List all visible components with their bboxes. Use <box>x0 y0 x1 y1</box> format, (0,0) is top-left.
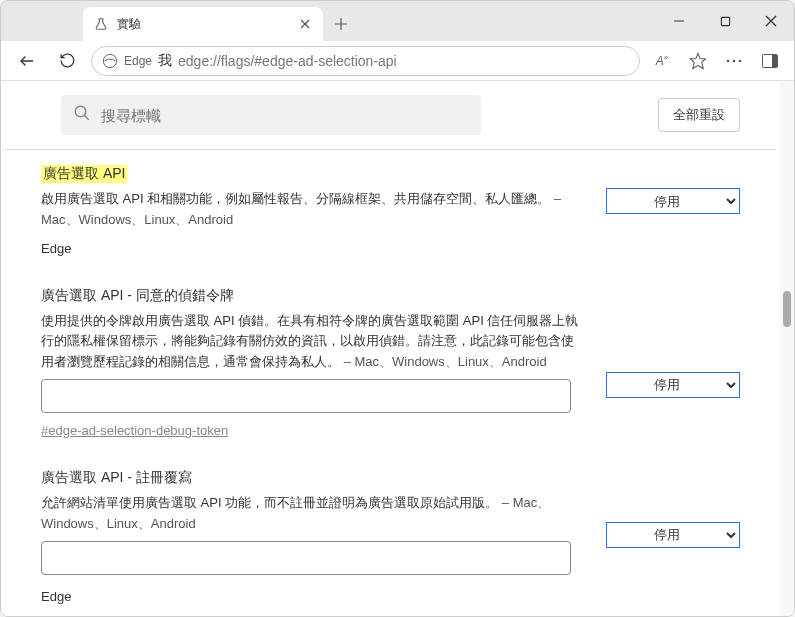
svg-point-13 <box>733 59 736 62</box>
new-tab-button[interactable] <box>327 10 355 38</box>
search-section: 全部重設 <box>1 81 780 149</box>
flag-hash-link[interactable]: #edge-ad-selection-debug-token <box>41 423 586 438</box>
flag-title: 廣告選取 API - 註冊覆寫 <box>41 469 192 487</box>
main-content: 全部重設 廣告選取 API 啟用廣告選取 API 和相關功能，例如屬性報告、分隔… <box>1 81 780 617</box>
scrollbar[interactable] <box>780 81 794 617</box>
flag-item: 廣告選取 API - 註冊覆寫 允許網站清單使用廣告選取 API 功能，而不註冊… <box>41 468 740 604</box>
search-input[interactable] <box>101 107 469 124</box>
flag-item: 廣告選取 API - 同意的偵錯令牌 使用提供的令牌啟用廣告選取 API 偵錯。… <box>41 286 740 438</box>
svg-point-17 <box>75 106 86 117</box>
favorite-icon[interactable] <box>684 47 712 75</box>
address-bar[interactable]: Edge 我 edge://flags/#edge-ad-selection-a… <box>91 46 640 76</box>
sidebar-toggle-icon[interactable] <box>756 47 784 75</box>
flag-item: 廣告選取 API 啟用廣告選取 API 和相關功能，例如屬性報告、分隔線框架、共… <box>41 164 740 256</box>
flag-info: 廣告選取 API - 註冊覆寫 允許網站清單使用廣告選取 API 功能，而不註冊… <box>41 468 586 604</box>
title-bar: 實驗 <box>1 1 794 41</box>
toolbar: Edge 我 edge://flags/#edge-ad-selection-a… <box>1 41 794 81</box>
edge-label: Edge <box>124 54 152 68</box>
refresh-button[interactable] <box>51 45 83 77</box>
flags-list: 廣告選取 API 啟用廣告選取 API 和相關功能，例如屬性報告、分隔線框架、共… <box>1 150 780 617</box>
flag-select[interactable]: 停用 <box>606 522 740 548</box>
read-aloud-icon[interactable]: A» <box>648 47 676 75</box>
flag-textarea[interactable] <box>41 541 571 575</box>
flask-icon <box>93 16 109 32</box>
maximize-button[interactable] <box>702 1 748 41</box>
flag-title: 廣告選取 API - 同意的偵錯令牌 <box>41 287 234 305</box>
flag-tag: Edge <box>41 589 586 604</box>
flag-control: 停用 <box>606 164 740 256</box>
flag-title: 廣告選取 API <box>41 165 127 183</box>
flag-info: 廣告選取 API 啟用廣告選取 API 和相關功能，例如屬性報告、分隔線框架、共… <box>41 164 586 256</box>
svg-rect-16 <box>772 55 777 67</box>
svg-line-18 <box>84 115 89 120</box>
url-text: edge://flags/#edge-ad-selection-api <box>178 53 397 69</box>
svg-point-12 <box>727 59 730 62</box>
svg-point-14 <box>739 59 742 62</box>
flag-description: 允許網站清單使用廣告選取 API 功能，而不註冊並證明為廣告選取原始試用版。 –… <box>41 493 586 535</box>
flag-select[interactable]: 停用 <box>606 372 740 398</box>
more-icon[interactable] <box>720 47 748 75</box>
flag-textarea[interactable] <box>41 379 571 413</box>
search-icon <box>73 104 91 126</box>
window-controls <box>656 1 794 41</box>
close-window-button[interactable] <box>748 1 794 41</box>
edge-logo-icon <box>102 53 118 69</box>
content-area: 全部重設 廣告選取 API 啟用廣告選取 API 和相關功能，例如屬性報告、分隔… <box>1 81 794 617</box>
flag-control: 停用 <box>606 468 740 604</box>
close-tab-icon[interactable] <box>297 16 313 32</box>
flag-description: 啟用廣告選取 API 和相關功能，例如屬性報告、分隔線框架、共用儲存空間、私人匯… <box>41 189 586 231</box>
tab-title: 實驗 <box>117 16 289 33</box>
search-box[interactable] <box>61 95 481 135</box>
back-button[interactable] <box>11 45 43 77</box>
reset-all-button[interactable]: 全部重設 <box>658 98 740 132</box>
minimize-button[interactable] <box>656 1 702 41</box>
flag-description: 使用提供的令牌啟用廣告選取 API 偵錯。在具有相符令牌的廣告選取範圍 API … <box>41 311 586 373</box>
flag-info: 廣告選取 API - 同意的偵錯令牌 使用提供的令牌啟用廣告選取 API 偵錯。… <box>41 286 586 438</box>
scrollbar-thumb[interactable] <box>783 291 791 327</box>
svg-rect-6 <box>721 17 729 25</box>
flag-control: 停用 <box>606 286 740 438</box>
flag-tag: Edge <box>41 241 586 256</box>
flag-select[interactable]: 停用 <box>606 188 740 214</box>
svg-marker-11 <box>691 53 706 68</box>
url-prefix: 我 <box>158 52 172 70</box>
browser-tab[interactable]: 實驗 <box>83 7 323 41</box>
